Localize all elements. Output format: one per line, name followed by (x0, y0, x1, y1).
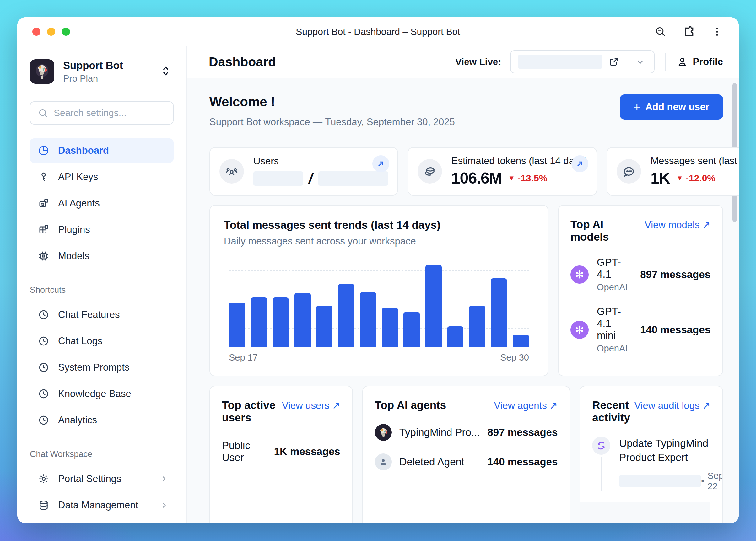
chart-bar (316, 306, 333, 347)
model-name: GPT-4.1 mini (597, 306, 632, 341)
view-live-control[interactable] (510, 50, 655, 73)
section-label-chat-workspace: Chat Workspace (30, 449, 174, 459)
sidebar-item-knowledge-base[interactable]: Knowledge Base (30, 381, 174, 406)
chip-icon (38, 251, 49, 262)
database-icon (38, 500, 49, 511)
redacted-value (253, 171, 303, 186)
sidebar-item-label: Knowledge Base (58, 388, 131, 399)
sidebar-item-api-keys[interactable]: API Keys (30, 165, 174, 189)
clock-icon (38, 362, 49, 373)
openai-logo-icon: ✻ (570, 321, 589, 339)
sidebar-item-portal-settings[interactable]: Portal Settings (30, 467, 174, 491)
stat-card-messages: Messages sent (last 14 days) 1K ▼-12.0% (606, 147, 739, 196)
person-icon (677, 56, 688, 68)
activity-item: Update TypingMind Product Expert •Sep 22 (592, 436, 710, 491)
view-agents-link[interactable]: View agents ↗ (494, 400, 557, 411)
sidebar-item-ai-agents[interactable]: AI Agents (30, 191, 174, 216)
top-active-users-card: Top active users View users ↗ Public Use… (209, 386, 353, 523)
sidebar-item-label: AI Agents (58, 198, 100, 209)
open-users-arrow-button[interactable] (373, 155, 389, 172)
x-axis-label-end: Sep 30 (500, 352, 529, 363)
sidebar-item-models[interactable]: Models (30, 244, 174, 268)
profile-button[interactable]: Profile (677, 56, 723, 68)
window-title: Support Bot - Dashboard – Support Bot (296, 26, 460, 37)
key-icon (38, 171, 49, 183)
add-new-user-button[interactable]: + Add new user (620, 95, 723, 120)
chart-plot (229, 262, 529, 347)
agent-message-count: 140 messages (487, 456, 557, 468)
card-title: Top AI models (570, 218, 644, 243)
view-live-dropdown-button[interactable] (626, 51, 654, 73)
slash-separator: / (309, 170, 313, 187)
workspace-plan: Pro Plan (63, 73, 123, 84)
clock-icon (38, 414, 49, 426)
chart-bar (447, 326, 463, 347)
x-axis-label-start: Sep 17 (229, 352, 258, 363)
sidebar-item-label: Chat Features (58, 309, 120, 320)
model-row: ✻ GPT-4.1 OpenAI 897 messages (570, 257, 710, 292)
workspace-logo (30, 59, 54, 84)
robot-icon (38, 198, 49, 209)
kebab-menu-icon[interactable] (712, 26, 722, 37)
sidebar-item-integrations[interactable]: Integrations (30, 519, 174, 523)
close-window-button[interactable] (32, 28, 41, 36)
sidebar-item-label: API Keys (58, 171, 98, 183)
coins-icon (417, 159, 442, 184)
top-ai-agents-card: Top AI agents View agents ↗ TypingMind P… (362, 386, 570, 523)
active-user-row: Public User 1K messages (222, 440, 340, 463)
users-group-icon (220, 159, 244, 184)
agent-row: TypingMind Pro... 897 messages (375, 424, 558, 441)
agent-row: Deleted Agent 140 messages (375, 453, 558, 470)
welcome-subheading: Support Bot workspace — Tuesday, Septemb… (209, 116, 455, 128)
section-label-shortcuts: Shortcuts (30, 285, 174, 295)
profile-label: Profile (693, 56, 723, 68)
extensions-icon[interactable] (683, 25, 695, 38)
chart-bar (251, 297, 267, 347)
clock-icon (38, 388, 49, 399)
dashboard-content: Welcome ! Support Bot workspace — Tuesda… (187, 78, 739, 523)
open-tokens-arrow-button[interactable] (571, 155, 588, 172)
sidebar-item-label: Data Management (58, 500, 138, 511)
activity-placeholder-block (580, 502, 710, 523)
workspace-switcher[interactable]: Support Bot Pro Plan (30, 59, 174, 84)
down-triangle-icon: ▼ (508, 174, 515, 182)
search-icon (38, 108, 48, 118)
sidebar-item-dashboard[interactable]: Dashboard (30, 138, 174, 163)
agent-name: Deleted Agent (399, 456, 464, 468)
typingmind-agent-avatar (375, 424, 392, 441)
page-title: Dashboard (209, 55, 276, 69)
sidebar-item-plugins[interactable]: Plugins (30, 218, 174, 242)
sidebar-item-chat-logs[interactable]: Chat Logs (30, 329, 174, 353)
view-users-link[interactable]: View users ↗ (282, 400, 340, 411)
sidebar-item-chat-features[interactable]: Chat Features (30, 302, 174, 327)
sidebar-item-label: Chat Logs (58, 335, 102, 347)
external-link-icon[interactable] (609, 57, 619, 67)
minimize-window-button[interactable] (47, 28, 55, 36)
search-input[interactable] (54, 108, 166, 118)
zoom-out-icon[interactable] (655, 26, 666, 38)
top-models-card: Top AI models View models ↗ ✻ GPT-4.1 Op… (558, 205, 723, 376)
traffic-lights (32, 17, 70, 46)
sidebar-item-label: Portal Settings (58, 473, 122, 484)
sidebar-item-analytics[interactable]: Analytics (30, 408, 174, 432)
activity-date: •Sep 22 (701, 471, 723, 491)
clock-icon (38, 335, 49, 347)
stat-card-tokens: Estimated tokens (last 14 days) 106.6M ▼… (407, 147, 597, 196)
user-message-count: 1K messages (274, 446, 340, 457)
zoom-window-button[interactable] (62, 28, 70, 36)
sidebar-item-data-management[interactable]: Data Management (30, 493, 174, 517)
settings-search[interactable] (30, 101, 174, 125)
card-title: Top active users (222, 399, 282, 424)
external-arrow-icon: ↗ (702, 400, 710, 411)
redacted-value (318, 171, 388, 186)
titlebar: Support Bot - Dashboard – Support Bot (17, 17, 739, 46)
main-header: Dashboard View Live: (187, 46, 739, 78)
view-live-label: View Live: (455, 57, 501, 67)
sidebar-nav: Dashboard API Keys AI Agents (30, 138, 174, 268)
sidebar-item-label: Dashboard (58, 145, 109, 156)
sidebar-item-system-prompts[interactable]: System Prompts (30, 355, 174, 380)
view-models-link[interactable]: View models ↗ (644, 219, 710, 231)
chart-bars (229, 262, 529, 347)
openai-logo-icon: ✻ (570, 266, 589, 284)
view-audit-logs-link[interactable]: View audit logs ↗ (634, 400, 710, 411)
